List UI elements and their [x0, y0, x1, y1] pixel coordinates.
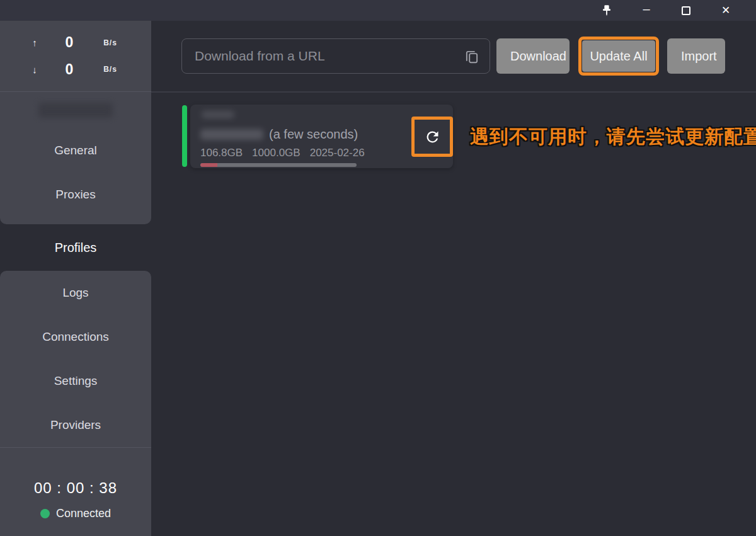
status-dot-icon: [40, 509, 50, 518]
titlebar: – ✕: [0, 0, 756, 21]
sidebar-top-panel: ↑ 0 B/s ↓ 0 B/s General Proxies: [0, 21, 151, 224]
connection-status-label: Connected: [56, 507, 111, 520]
sidebar-item-general[interactable]: General: [0, 128, 151, 173]
sidebar-item-proxies[interactable]: Proxies: [0, 173, 151, 217]
profile-data-used: 106.8GB: [200, 147, 243, 159]
pushpin-icon: [600, 4, 614, 18]
nav-group-top: General Proxies: [0, 128, 151, 217]
app-window: – ✕ ↑ 0 B/s ↓ 0 B/s: [0, 0, 756, 536]
profile-card[interactable]: (a few seconds) 106.8GB 1000.0GB 2025-02…: [190, 105, 453, 168]
profiles-content: (a few seconds) 106.8GB 1000.0GB 2025-02…: [151, 93, 756, 535]
pin-window-button[interactable]: [597, 2, 616, 20]
close-icon: ✕: [721, 4, 730, 17]
arrow-down-icon: ↓: [19, 64, 50, 75]
upload-speed-value: 0: [50, 34, 88, 51]
profile-updated-ago: (a few seconds): [269, 127, 358, 142]
active-profile-indicator: [182, 105, 187, 167]
download-speed-unit: B/s: [88, 65, 132, 74]
blurred-profile-name: [200, 129, 263, 140]
url-input-container: [181, 38, 490, 74]
download-speed-row: ↓ 0 B/s: [0, 61, 151, 78]
profile-usage-progressbar: [200, 163, 357, 167]
copy-icon: [464, 48, 480, 65]
close-button[interactable]: ✕: [716, 2, 735, 20]
traffic-stats: ↑ 0 B/s ↓ 0 B/s: [0, 21, 151, 91]
sidebar-item-logs[interactable]: Logs: [0, 271, 151, 315]
arrow-up-icon: ↑: [19, 37, 50, 48]
download-button[interactable]: Download: [496, 38, 570, 74]
profile-name-row: (a few seconds): [200, 127, 443, 142]
url-input[interactable]: [182, 39, 490, 73]
blurred-profile-title: [202, 111, 234, 118]
refresh-highlight-box: [411, 117, 453, 157]
sidebar: ↑ 0 B/s ↓ 0 B/s General Proxies Profiles: [0, 21, 151, 536]
sidebar-item-profiles-active[interactable]: Profiles: [0, 224, 151, 271]
upload-speed-unit: B/s: [88, 38, 132, 47]
profile-stats-row: 106.8GB 1000.0GB 2025-02-26: [200, 147, 443, 159]
connection-status: Connected: [40, 507, 111, 520]
minimize-button[interactable]: –: [637, 2, 656, 20]
profile-card-row: (a few seconds) 106.8GB 1000.0GB 2025-02…: [182, 105, 453, 168]
refresh-profile-button[interactable]: [415, 120, 450, 154]
nav-group-bottom: Logs Connections Settings Providers: [0, 271, 151, 447]
refresh-icon: [424, 128, 441, 145]
maximize-icon: [682, 6, 690, 15]
profile-data-total: 1000.0GB: [252, 147, 301, 159]
upload-speed-row: ↑ 0 B/s: [0, 34, 151, 51]
update-all-button[interactable]: Update All: [582, 40, 655, 72]
download-speed-value: 0: [50, 61, 88, 78]
import-button[interactable]: Import: [667, 38, 725, 74]
sidebar-item-settings[interactable]: Settings: [0, 359, 151, 403]
sidebar-divider-bottom: [0, 447, 151, 448]
sidebar-item-connections[interactable]: Connections: [0, 315, 151, 359]
uptime-timer: 00 : 00 : 38: [34, 479, 117, 497]
minimize-icon: –: [643, 6, 650, 12]
profile-usage-progress-fill: [200, 163, 217, 167]
main-area: Download Update All Import (a few second…: [151, 21, 756, 536]
update-all-highlight-box: Update All: [578, 37, 659, 76]
app-logo-blurred: [0, 92, 151, 128]
profile-expire-date: 2025-02-26: [310, 147, 365, 159]
blurred-logo-blob: [38, 103, 113, 118]
sidebar-divider: [0, 91, 151, 92]
sidebar-bottom-panel: Logs Connections Settings Providers 00 :…: [0, 271, 151, 536]
profiles-toolbar: Download Update All Import: [151, 21, 756, 93]
paste-from-clipboard-button[interactable]: [463, 48, 481, 66]
sidebar-item-providers[interactable]: Providers: [0, 403, 151, 447]
chinese-annotation-text: 遇到不可用时，请先尝试更新配置: [470, 124, 756, 150]
maximize-button[interactable]: [677, 2, 696, 20]
connection-status-area: 00 : 00 : 38 Connected: [0, 448, 151, 520]
